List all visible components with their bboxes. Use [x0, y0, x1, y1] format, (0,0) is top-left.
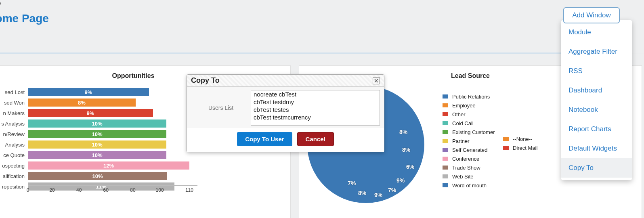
legend-swatch [443, 157, 448, 161]
bar-label: Analysis [0, 142, 28, 148]
copy-to-user-button[interactable]: Copy To User [237, 132, 292, 146]
bar-row: ospecting12% [0, 160, 290, 171]
legend-item[interactable]: Public Relations [443, 92, 495, 101]
legend-item[interactable]: Conference [443, 154, 495, 163]
dropdown-item-rss[interactable]: RSS [561, 61, 632, 81]
legend-item[interactable]: Partner [443, 136, 495, 145]
legend-label: Self Generated [452, 147, 487, 153]
pie-slice-label: 8% [358, 190, 366, 196]
legend-swatch [443, 112, 448, 116]
legend-label: Trade Show [452, 165, 480, 171]
legend-swatch [443, 183, 448, 187]
bar-label: ce Quote [0, 152, 28, 158]
legend-item[interactable]: Employee [443, 101, 495, 110]
bar-fill[interactable]: 10% [28, 151, 166, 159]
pie-slice-label: 8% [399, 129, 407, 135]
bar-fill[interactable]: 9% [28, 109, 153, 117]
legend-swatch [443, 94, 448, 99]
legend-swatch [503, 137, 509, 141]
bar-fill[interactable]: 12% [28, 161, 189, 170]
dropdown-item-aggregate-filter[interactable]: Aggregate Filter [561, 42, 632, 61]
dropdown-item-notebook[interactable]: Notebook [561, 100, 632, 119]
pie-slice-label: 6% [406, 164, 414, 170]
dropdown-item-default-widgets[interactable]: Default Widgets [561, 139, 632, 158]
dropdown-item-copy-to[interactable]: Copy To [561, 158, 632, 178]
legend-swatch [443, 148, 448, 152]
legend-item[interactable]: Existing Customer [443, 128, 495, 136]
legend-swatch [503, 146, 509, 150]
legend-label: Cold Call [452, 120, 474, 126]
legend-item[interactable]: --None-- [503, 134, 537, 143]
legend-label: Employee [452, 103, 476, 109]
legend-item[interactable]: Cold Call [443, 119, 495, 128]
bar-label: sed Lost [0, 89, 28, 95]
legend-label: Public Relations [452, 94, 490, 100]
bar-label: roposition [0, 184, 28, 190]
legend-swatch [443, 130, 448, 134]
bar-label: n/Review [0, 131, 28, 137]
legend-label: Web Site [452, 174, 474, 180]
user-option[interactable]: cbTest testmcurrency [251, 113, 380, 121]
axis-tick: 20 [49, 186, 55, 193]
close-icon[interactable] [373, 77, 380, 84]
add-window-button[interactable]: Add Window [563, 7, 620, 23]
pie-legend: Public RelationsEmployeeOtherCold CallEx… [443, 92, 495, 190]
divider [0, 54, 644, 54]
bar-row: alification10% [0, 171, 290, 181]
bar-label: n Makers [0, 110, 28, 116]
dropdown-item-report-charts[interactable]: Report Charts [561, 119, 632, 139]
page-header: ome y Home Page [0, 0, 644, 52]
legend-item[interactable]: Web Site [443, 172, 495, 181]
dropdown-item-module[interactable]: Module [561, 23, 632, 42]
legend-label: Partner [452, 138, 470, 144]
cancel-button[interactable]: Cancel [297, 132, 334, 146]
legend-label: --None-- [513, 136, 532, 142]
legend-label: Conference [452, 156, 479, 162]
legend-swatch [443, 139, 448, 143]
bar-x-axis: 020406080100110 [28, 185, 197, 193]
legend-item[interactable]: Trade Show [443, 163, 495, 172]
add-window-dropdown: ModuleAggregate FilterRSSDashboardNotebo… [561, 20, 632, 180]
pie-slice-label: 7% [388, 187, 396, 193]
legend-label: Other [452, 111, 466, 117]
bar-fill[interactable]: 8% [28, 99, 136, 107]
page-title: y Home Page [0, 12, 49, 25]
dropdown-item-dashboard[interactable]: Dashboard [561, 81, 632, 100]
user-option[interactable]: cbTest testdmy [251, 98, 380, 106]
axis-tick: 40 [76, 186, 82, 193]
axis-tick: 110 [185, 186, 193, 193]
bar-fill[interactable]: 10% [28, 140, 166, 149]
users-list-label: Users List [191, 105, 251, 111]
modal-actions: Copy To User Cancel [187, 128, 384, 152]
pie-slice-label: 9% [374, 192, 382, 198]
bar-label: s Analysis [0, 121, 28, 127]
axis-tick: 80 [130, 186, 135, 193]
bar-label: sed Won [0, 100, 28, 106]
copy-to-modal: Copy To Users List nocreate cbTestcbTest… [187, 74, 384, 152]
bar-label: alification [0, 173, 28, 179]
user-option[interactable]: cbTest testes [251, 106, 380, 113]
bar-fill[interactable]: 10% [28, 172, 167, 180]
modal-title: Copy To [191, 76, 220, 85]
modal-body: Users List nocreate cbTestcbTest testdmy… [187, 87, 384, 128]
axis-tick: 0 [27, 186, 29, 193]
pie-slice-label: 9% [396, 177, 405, 184]
legend-item[interactable]: Self Generated [443, 145, 495, 154]
pie-slice-label: 7% [348, 180, 356, 187]
modal-header: Copy To [187, 75, 384, 87]
bar-label: ospecting [0, 163, 28, 169]
users-list[interactable]: nocreate cbTestcbTest testdmycbTest test… [251, 90, 380, 126]
bar-fill[interactable]: 10% [28, 119, 166, 128]
legend-label: Word of mouth [452, 182, 487, 189]
legend-label: Direct Mail [513, 145, 537, 151]
legend-label: Existing Customer [452, 129, 495, 135]
breadcrumb[interactable]: ome [0, 0, 1, 6]
legend-swatch [443, 174, 448, 178]
legend-item[interactable]: Direct Mail [503, 143, 537, 152]
legend-item[interactable]: Other [443, 110, 495, 119]
bar-fill[interactable]: 10% [28, 130, 166, 138]
legend-item[interactable]: Word of mouth [443, 181, 495, 190]
user-option[interactable]: nocreate cbTest [251, 90, 380, 98]
axis-tick: 100 [156, 186, 164, 193]
bar-fill[interactable]: 9% [28, 88, 149, 96]
